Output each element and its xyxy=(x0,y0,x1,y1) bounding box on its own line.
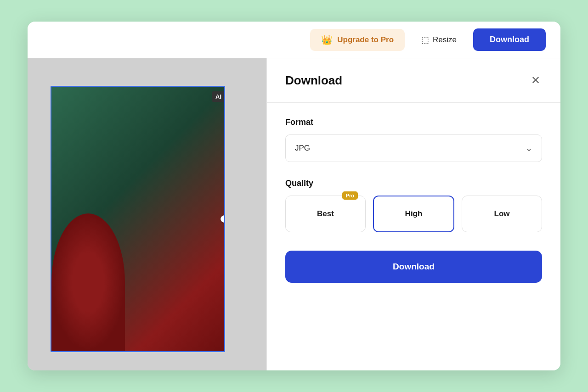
ai-badge: AI xyxy=(212,91,225,102)
format-dropdown[interactable]: JPG ⌄ xyxy=(285,134,542,162)
download-panel-label: Download xyxy=(393,262,435,271)
upgrade-label: Upgrade to Pro xyxy=(337,35,394,45)
quality-best-button[interactable]: Pro Best xyxy=(285,196,366,232)
pro-badge: Pro xyxy=(342,191,358,200)
download-panel-button[interactable]: Download xyxy=(285,251,542,283)
chevron-down-icon: ⌄ xyxy=(526,143,532,153)
download-top-button[interactable]: Download xyxy=(473,28,546,51)
quality-best-label: Best xyxy=(317,209,334,218)
canvas-image: AI xyxy=(51,86,225,352)
resize-button[interactable]: ⬚ Resize xyxy=(412,29,466,50)
format-section: Format JPG ⌄ xyxy=(285,118,542,162)
panel-header: Download ✕ xyxy=(285,73,542,88)
top-bar: 👑 Upgrade to Pro ⬚ Resize Download xyxy=(28,22,560,58)
quality-buttons: Pro Best High Low xyxy=(285,196,542,232)
close-button[interactable]: ✕ xyxy=(529,73,542,88)
download-top-label: Download xyxy=(490,35,529,44)
upgrade-to-pro-button[interactable]: 👑 Upgrade to Pro xyxy=(310,29,405,51)
panel-title: Download xyxy=(285,73,342,88)
quality-high-label: High xyxy=(405,209,423,218)
quality-low-button[interactable]: Low xyxy=(462,196,542,232)
crown-icon: 👑 xyxy=(321,34,333,45)
app-container: 👑 Upgrade to Pro ⬚ Resize Download AI Do… xyxy=(28,22,560,370)
quality-low-label: Low xyxy=(494,209,510,218)
quality-label: Quality xyxy=(285,179,542,188)
format-value: JPG xyxy=(295,144,310,153)
divider xyxy=(267,102,560,103)
download-panel: Download ✕ Format JPG ⌄ Quality P xyxy=(266,58,560,370)
format-label: Format xyxy=(285,118,542,127)
close-icon: ✕ xyxy=(531,74,540,86)
canvas-area: AI xyxy=(28,58,266,370)
main-area: AI Download ✕ Format JPG ⌄ xyxy=(28,58,560,370)
resize-handle[interactable] xyxy=(220,215,225,223)
quality-section: Quality Pro Best High Low xyxy=(285,179,542,232)
resize-icon: ⬚ xyxy=(421,35,429,45)
quality-high-button[interactable]: High xyxy=(373,196,454,232)
resize-label: Resize xyxy=(433,35,457,45)
